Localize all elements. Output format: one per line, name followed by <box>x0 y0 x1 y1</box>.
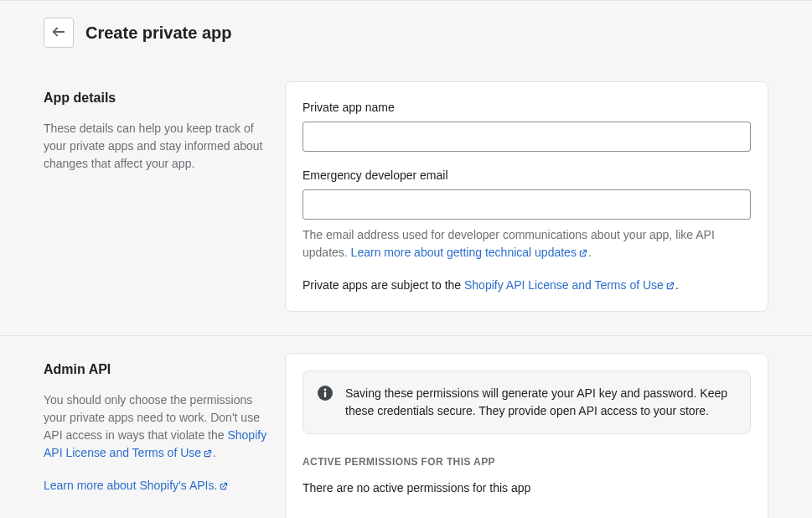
info-banner: Saving these permissions will generate y… <box>303 370 751 434</box>
section-description-app-details: These details can help you keep track of… <box>44 120 268 173</box>
external-link-icon <box>578 244 588 254</box>
svg-rect-2 <box>324 392 326 397</box>
app-name-input[interactable] <box>303 122 751 152</box>
email-help-text: The email address used for developer com… <box>303 226 751 262</box>
learn-more-updates-link[interactable]: Learn more about getting technical updat… <box>351 246 588 259</box>
legal-text: Private apps are subject to the Shopify … <box>303 277 751 294</box>
section-heading-app-details: App details <box>44 88 268 108</box>
external-link-icon <box>203 444 213 454</box>
back-button[interactable] <box>44 18 74 48</box>
label-app-name: Private app name <box>303 99 751 117</box>
active-permissions-heading: Active permissions for this app <box>303 454 751 469</box>
svg-point-1 <box>324 389 327 391</box>
learn-more-apis-link[interactable]: Learn more about Shopify's APIs. <box>44 479 229 492</box>
label-developer-email: Emergency developer email <box>303 167 751 184</box>
section-description-admin-api: You should only choose the permissions y… <box>44 391 268 462</box>
legal-link[interactable]: Shopify API License and Terms of Use <box>464 278 675 292</box>
external-link-icon <box>665 277 675 287</box>
info-icon <box>317 385 334 401</box>
card-app-details: Private app name Emergency developer ema… <box>285 81 768 312</box>
no-permissions-text: There are no active permissions for this… <box>303 479 751 497</box>
banner-text: Saving these permissions will generate y… <box>345 385 737 420</box>
arrow-left-icon <box>51 24 66 42</box>
developer-email-input[interactable] <box>303 189 751 220</box>
section-heading-admin-api: Admin API <box>44 360 268 380</box>
external-link-icon <box>219 477 229 487</box>
page-title: Create private app <box>85 20 232 45</box>
card-admin-api: Saving these permissions will generate y… <box>285 353 768 518</box>
